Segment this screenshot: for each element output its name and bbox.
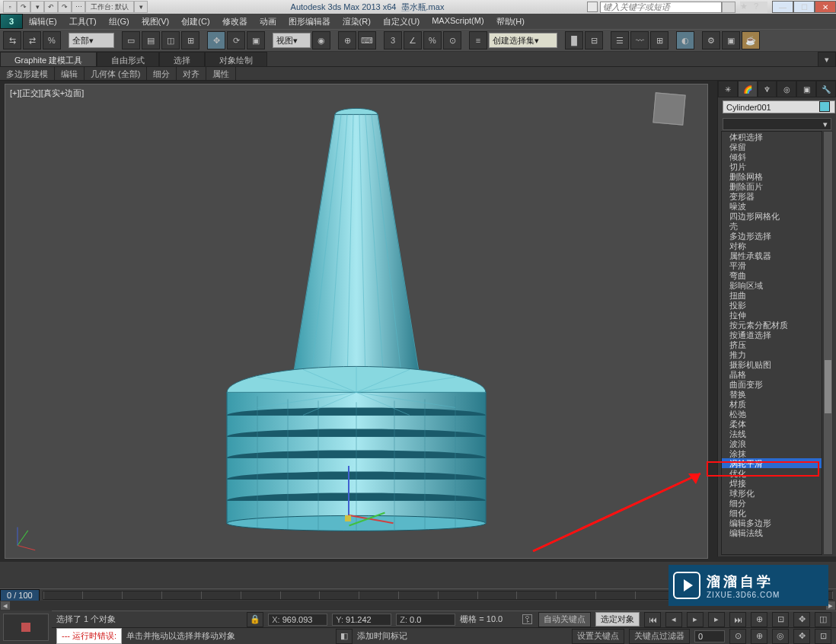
nav-4[interactable]: ◫: [815, 612, 831, 627]
search-input[interactable]: [600, 2, 722, 13]
qab-save[interactable]: ▾: [30, 1, 44, 13]
setkey-button[interactable]: 设置关键点: [572, 629, 624, 644]
pivot-icon[interactable]: ◉: [312, 31, 330, 49]
filter-select[interactable]: 全部 ▾: [69, 33, 114, 48]
add-marker-label[interactable]: 添加时间标记: [357, 630, 407, 642]
modifier-item[interactable]: 挤压: [722, 340, 822, 349]
modifier-item[interactable]: 壳: [722, 221, 822, 231]
modifier-item[interactable]: 柔体: [722, 419, 822, 429]
tab-display[interactable]: ▣: [796, 81, 816, 97]
menu-create[interactable]: 创建(C): [175, 14, 215, 29]
modifier-item[interactable]: 推力: [722, 349, 822, 359]
scale-icon[interactable]: ▣: [247, 31, 265, 49]
key-icon[interactable]: ⚿: [522, 613, 534, 626]
percent-snap-icon[interactable]: %: [423, 31, 442, 49]
window-cross-icon[interactable]: ⊞: [181, 31, 199, 49]
modifier-item[interactable]: 松弛: [722, 409, 822, 419]
modifier-item[interactable]: 变形器: [722, 191, 822, 201]
named-sel-icon[interactable]: ≡: [469, 31, 487, 49]
select-icon[interactable]: ▭: [122, 31, 140, 49]
select-name-icon[interactable]: ▤: [142, 31, 160, 49]
sub-edit[interactable]: 编辑: [55, 67, 85, 80]
tab-motion[interactable]: ◎: [777, 81, 796, 97]
select-region-icon[interactable]: ◫: [161, 31, 180, 49]
modifier-item[interactable]: 体积选择: [722, 132, 822, 142]
modifier-item[interactable]: 属性承载器: [722, 250, 822, 260]
tab-selection[interactable]: 选择: [159, 52, 205, 66]
link-icon[interactable]: ⇆: [3, 31, 21, 49]
object-color[interactable]: [819, 101, 830, 112]
modifier-list[interactable]: 体积选择保留倾斜切片删除网格删除面片变形器噪波四边形网格化壳多边形选择对称属性承…: [721, 131, 822, 555]
timeline-config[interactable]: [3, 614, 49, 641]
modifier-item[interactable]: 按元素分配材质: [722, 320, 822, 330]
keyboard-icon[interactable]: ⌨: [358, 31, 376, 49]
manip-icon[interactable]: ⊕: [338, 31, 356, 49]
modifier-item[interactable]: 弯曲: [722, 270, 822, 280]
modifier-item[interactable]: 替换: [722, 389, 822, 399]
modifier-item[interactable]: 拉伸: [722, 310, 822, 320]
tab-paint[interactable]: 对象绘制: [205, 52, 267, 66]
menu-view[interactable]: 视图(V): [136, 14, 176, 29]
modifier-item[interactable]: 按通道选择: [722, 330, 822, 340]
keymode-select[interactable]: 选定对象: [595, 612, 640, 626]
infocenter-icon[interactable]: [587, 2, 598, 12]
modifier-item[interactable]: 材质: [722, 399, 822, 409]
modifier-item[interactable]: 优化: [722, 468, 822, 478]
qab-redo[interactable]: ↷: [58, 1, 72, 13]
modifier-item[interactable]: 倾斜: [722, 151, 822, 161]
rotate-icon[interactable]: ⟳: [227, 31, 245, 49]
coord-z[interactable]: Z:0.0: [396, 614, 455, 626]
modifier-item[interactable]: 细分: [722, 498, 822, 508]
menu-tools[interactable]: 工具(T): [63, 14, 103, 29]
menu-animation[interactable]: 动画: [254, 14, 282, 29]
tab-freeform[interactable]: 自由形式: [97, 52, 159, 66]
coord-y[interactable]: Y:91.242: [332, 614, 391, 626]
marker-icon[interactable]: ◧: [336, 629, 353, 644]
modifier-item[interactable]: 摄影机贴图: [722, 359, 822, 369]
modifier-item[interactable]: 投影: [722, 300, 822, 310]
modifier-item[interactable]: 平滑: [722, 260, 822, 270]
modifier-item[interactable]: 多边形选择: [722, 231, 822, 241]
nav-1[interactable]: ⊕: [751, 612, 767, 627]
nav-2[interactable]: ⊡: [772, 612, 789, 627]
play-start[interactable]: ⏮: [644, 612, 661, 627]
ribbon-collapse[interactable]: ▾: [818, 52, 836, 66]
play-end[interactable]: ⏭: [729, 612, 746, 627]
maximize-button[interactable]: ☐: [793, 1, 815, 13]
sub-align[interactable]: 对齐: [177, 67, 206, 80]
sub-prop[interactable]: 属性: [206, 67, 236, 80]
modifier-scrollbar[interactable]: [823, 131, 833, 555]
modifier-item[interactable]: 编辑法线: [722, 528, 822, 537]
close-button[interactable]: ✕: [815, 1, 836, 13]
nav-5[interactable]: ⊕: [751, 629, 767, 644]
snap-icon[interactable]: 3: [384, 31, 402, 49]
bind-icon[interactable]: %: [43, 31, 61, 49]
rendered-frame-icon[interactable]: ▣: [722, 31, 740, 49]
sub-poly[interactable]: 多边形建模: [0, 67, 55, 80]
modifier-item[interactable]: 涡轮平滑: [722, 458, 822, 468]
frame-indicator[interactable]: 0 / 100: [0, 589, 40, 601]
menu-edit[interactable]: 编辑(E): [23, 14, 63, 29]
tab-graphite[interactable]: Graphite 建模工具: [0, 52, 97, 66]
modifier-item[interactable]: 曲面变形: [722, 379, 822, 389]
move-gizmo[interactable]: [348, 518, 349, 519]
help-icon[interactable]: ?: [754, 2, 767, 13]
modifier-item[interactable]: 球形化: [722, 488, 822, 498]
tab-utility[interactable]: 🔧: [816, 81, 836, 97]
menu-group[interactable]: 组(G): [103, 14, 136, 29]
app-logo[interactable]: 3: [0, 14, 23, 29]
viewport[interactable]: [+][正交][真实+边面]: [5, 84, 708, 559]
object-name-field[interactable]: [723, 100, 835, 113]
play[interactable]: ▸: [687, 612, 704, 627]
modifier-item[interactable]: 影响区域: [722, 280, 822, 290]
modifier-item[interactable]: 切片: [722, 161, 822, 171]
sub-subd[interactable]: 细分: [147, 67, 177, 80]
menu-modifiers[interactable]: 修改器: [216, 14, 254, 29]
minimize-button[interactable]: —: [772, 1, 793, 13]
modifier-item[interactable]: 对称: [722, 241, 822, 250]
material-editor-icon[interactable]: ◐: [676, 31, 694, 49]
frame-field[interactable]: 0: [694, 630, 725, 642]
sub-geom[interactable]: 几何体 (全部): [85, 67, 147, 80]
qab-dd[interactable]: ▾: [134, 1, 148, 13]
autokey-button[interactable]: 自动关键点: [538, 612, 591, 627]
